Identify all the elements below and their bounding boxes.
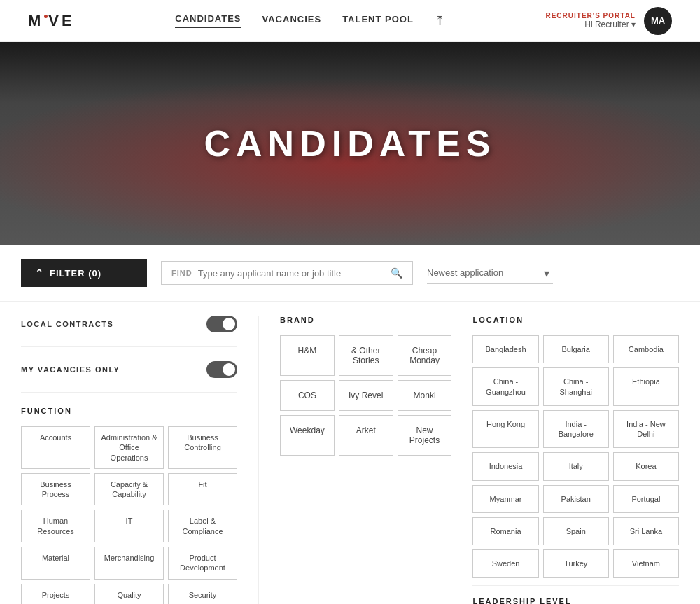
sort-select[interactable]: Newest application bbox=[427, 262, 553, 284]
location-tag[interactable]: Italy bbox=[543, 452, 609, 480]
function-tag[interactable]: Business Controlling bbox=[168, 426, 237, 469]
hero-title: CANDIDATES bbox=[204, 122, 496, 164]
location-tag[interactable]: Vietnam bbox=[613, 549, 679, 577]
location-tag[interactable]: Romania bbox=[472, 517, 538, 545]
recruiter-greeting[interactable]: Hi Recruiter bbox=[545, 20, 636, 29]
toolbar: FILTER (0) FIND 🔍 Newest application bbox=[0, 245, 700, 302]
location-tag[interactable]: Cambodia bbox=[613, 335, 679, 363]
function-tag[interactable]: Human Resources bbox=[21, 510, 90, 542]
brand-section: BRAND H&M& Other StoriesCheap MondayCOSI… bbox=[280, 316, 472, 604]
location-tag[interactable]: Turkey bbox=[543, 549, 609, 577]
location-tag[interactable]: Myanmar bbox=[472, 485, 538, 513]
my-vacancies-label: MY VACANCIES ONLY bbox=[21, 365, 120, 374]
search-icon: 🔍 bbox=[391, 267, 402, 279]
filter-button[interactable]: FILTER (0) bbox=[21, 259, 147, 287]
location-title: LOCATION bbox=[472, 316, 679, 324]
hero-banner: CANDIDATES bbox=[0, 42, 700, 245]
location-tag[interactable]: Korea bbox=[613, 452, 679, 480]
brand-tag[interactable]: Cheap Monday bbox=[398, 335, 452, 376]
main-nav: CANDIDATES VACANCIES TALENT POOL ⤒ bbox=[175, 13, 445, 29]
function-tag[interactable]: Quality bbox=[94, 584, 164, 604]
function-tag[interactable]: Business Process bbox=[21, 473, 90, 506]
find-wrapper: FIND 🔍 bbox=[161, 261, 413, 285]
function-tag[interactable]: Material bbox=[21, 547, 90, 580]
function-tag[interactable]: Merchandising bbox=[94, 547, 164, 580]
brand-title: BRAND bbox=[280, 316, 451, 324]
brand-tag[interactable]: New Projects bbox=[398, 415, 452, 456]
brand-tag[interactable]: & Other Stories bbox=[339, 335, 393, 376]
brand-tag[interactable]: Weekday bbox=[280, 415, 335, 456]
location-tag[interactable]: China - Shanghai bbox=[543, 367, 609, 406]
brand-tag[interactable]: COS bbox=[280, 380, 335, 411]
header-right: RECRUITER'S PORTAL Hi Recruiter MA bbox=[545, 7, 672, 35]
function-section: FUNCTION AccountsAdministration & Office… bbox=[21, 407, 237, 604]
my-vacancies-row: MY VACANCIES ONLY bbox=[21, 361, 237, 393]
local-contracts-row: LOCAL CONTRACTS bbox=[21, 316, 237, 347]
function-tag[interactable]: Administration & Office Operations bbox=[94, 426, 164, 469]
recruiter-label: RECRUITER'S PORTAL Hi Recruiter bbox=[545, 12, 636, 29]
function-tag[interactable]: Product Development bbox=[168, 547, 237, 580]
logo[interactable]: M VE bbox=[28, 12, 75, 30]
location-tag[interactable]: India - Bangalore bbox=[543, 410, 609, 449]
function-tag[interactable]: Projects bbox=[21, 584, 90, 604]
location-tag[interactable]: Hong Kong bbox=[472, 410, 538, 449]
share-icon[interactable]: ⤒ bbox=[435, 13, 445, 29]
main-content: FILTER (0) FIND 🔍 Newest application LOC… bbox=[0, 245, 700, 604]
location-tag[interactable]: Indonesia bbox=[472, 452, 538, 480]
function-tag[interactable]: Accounts bbox=[21, 426, 90, 469]
location-tag[interactable]: Bulgaria bbox=[543, 335, 609, 363]
location-tag[interactable]: Portugal bbox=[613, 485, 679, 513]
function-tag[interactable]: Security bbox=[168, 584, 237, 604]
function-tag[interactable]: Capacity & Capability bbox=[94, 473, 164, 506]
function-tag[interactable]: Label & Compliance bbox=[168, 510, 237, 542]
nav-talent-pool[interactable]: TALENT POOL bbox=[342, 14, 414, 27]
brand-tag[interactable]: Ivy Revel bbox=[339, 380, 393, 411]
brand-tag[interactable]: Arket bbox=[339, 415, 393, 456]
location-tag[interactable]: India - New Delhi bbox=[613, 410, 679, 449]
recruiter-portal-label: RECRUITER'S PORTAL bbox=[545, 12, 636, 20]
logo-text: M bbox=[28, 12, 43, 30]
location-tag[interactable]: Bangladesh bbox=[472, 335, 538, 363]
header: M VE CANDIDATES VACANCIES TALENT POOL ⤒ … bbox=[0, 0, 700, 42]
brand-tag-grid: H&M& Other StoriesCheap MondayCOSIvy Rev… bbox=[280, 335, 451, 456]
function-tag-grid: AccountsAdministration & Office Operatio… bbox=[21, 426, 237, 604]
location-tag[interactable]: Sweden bbox=[472, 549, 538, 577]
nav-vacancies[interactable]: VACANCIES bbox=[262, 14, 322, 27]
location-section: LOCATION BangladeshBulgariaCambodiaChina… bbox=[472, 316, 679, 604]
location-tag[interactable]: Spain bbox=[543, 517, 609, 545]
local-contracts-label: LOCAL CONTRACTS bbox=[21, 320, 113, 328]
function-tag[interactable]: Fit bbox=[168, 473, 237, 506]
function-title: FUNCTION bbox=[21, 407, 237, 415]
filter-right: BRAND H&M& Other StoriesCheap MondayCOSI… bbox=[259, 316, 679, 604]
function-tag[interactable]: IT bbox=[94, 510, 164, 542]
brand-tag[interactable]: Monki bbox=[398, 380, 452, 411]
location-tag[interactable]: Pakistan bbox=[543, 485, 609, 513]
location-tag[interactable]: Sri Lanka bbox=[613, 517, 679, 545]
search-input[interactable] bbox=[198, 268, 391, 279]
location-tag[interactable]: China - Guangzhou bbox=[472, 367, 538, 406]
my-vacancies-toggle[interactable] bbox=[206, 361, 237, 378]
filter-left: LOCAL CONTRACTS MY VACANCIES ONLY FUNCTI… bbox=[21, 316, 259, 604]
local-contracts-toggle[interactable] bbox=[206, 316, 237, 332]
filter-panel: LOCAL CONTRACTS MY VACANCIES ONLY FUNCTI… bbox=[0, 302, 700, 604]
logo-text-rest: VE bbox=[48, 12, 74, 30]
sort-wrapper: Newest application bbox=[427, 262, 553, 284]
location-tag-grid: BangladeshBulgariaCambodiaChina - Guangz… bbox=[472, 335, 679, 578]
avatar[interactable]: MA bbox=[644, 7, 672, 35]
location-divider bbox=[472, 585, 679, 586]
nav-candidates[interactable]: CANDIDATES bbox=[175, 13, 241, 28]
location-tag[interactable]: Ethiopia bbox=[613, 367, 679, 406]
find-label: FIND bbox=[172, 269, 192, 277]
logo-dot-icon bbox=[44, 15, 48, 18]
brand-tag[interactable]: H&M bbox=[280, 335, 335, 376]
leadership-title: LEADERSHIP LEVEL bbox=[472, 597, 679, 604]
